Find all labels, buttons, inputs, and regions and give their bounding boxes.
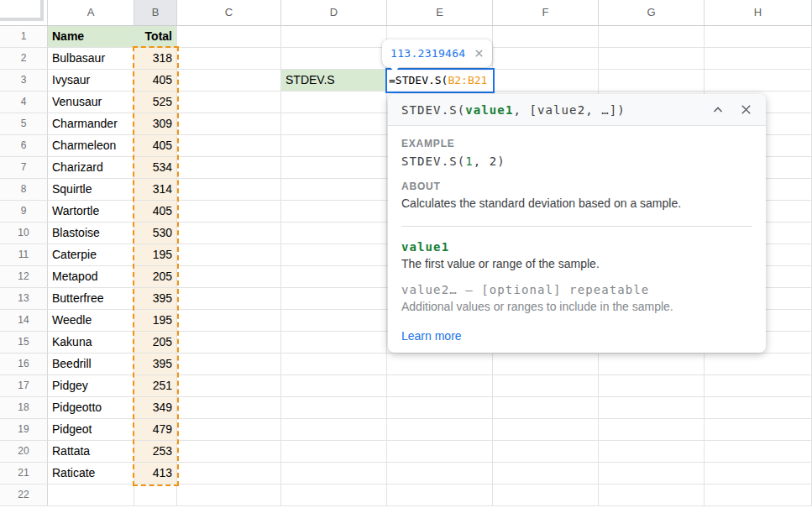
cell-F18[interactable] (493, 397, 599, 419)
cell-D3[interactable]: STDEV.S (281, 70, 387, 92)
cell-D20[interactable] (281, 441, 387, 463)
cell-A10[interactable]: Blastoise (48, 223, 134, 244)
cell-A13[interactable]: Butterfree (48, 288, 134, 310)
row-header-8[interactable]: 8 (0, 179, 48, 201)
cell-D1[interactable] (281, 26, 387, 48)
cell-F16[interactable] (493, 354, 599, 375)
cell-H3[interactable] (705, 70, 812, 92)
row-header-5[interactable]: 5 (0, 113, 48, 135)
cell-A17[interactable]: Pidgey (48, 375, 134, 397)
cell-D8[interactable] (281, 179, 387, 201)
cell-C7[interactable] (177, 157, 281, 179)
row-header-12[interactable]: 12 (0, 266, 48, 288)
cell-B16[interactable]: 395 (134, 354, 177, 375)
learn-more-link[interactable]: Learn more (401, 329, 462, 343)
column-header-E[interactable]: E (387, 0, 493, 26)
cell-A14[interactable]: Weedle (48, 310, 134, 332)
cell-C18[interactable] (177, 397, 281, 419)
cell-A8[interactable]: Squirtle (48, 179, 134, 201)
cell-H17[interactable] (705, 375, 812, 397)
cell-F17[interactable] (493, 375, 599, 397)
row-header-9[interactable]: 9 (0, 201, 48, 223)
cell-B13[interactable]: 395 (134, 288, 177, 310)
cell-F1[interactable] (493, 26, 599, 48)
cell-B6[interactable]: 405 (134, 135, 177, 157)
cell-D10[interactable] (281, 223, 387, 244)
row-header-21[interactable]: 21 (0, 463, 48, 484)
cell-D14[interactable] (281, 310, 387, 332)
cell-D4[interactable] (281, 92, 387, 113)
cell-B19[interactable]: 479 (134, 419, 177, 441)
cell-G17[interactable] (599, 375, 705, 397)
cell-C10[interactable] (177, 223, 281, 244)
cell-C9[interactable] (177, 201, 281, 223)
cell-B11[interactable]: 195 (134, 244, 177, 266)
cell-C19[interactable] (177, 419, 281, 441)
cell-H21[interactable] (705, 463, 812, 484)
cell-G2[interactable] (599, 48, 705, 70)
cell-B22[interactable] (134, 484, 177, 506)
cell-D18[interactable] (281, 397, 387, 419)
cell-F2[interactable] (493, 48, 599, 70)
cell-A22[interactable] (48, 484, 134, 506)
cell-A11[interactable]: Caterpie (48, 244, 134, 266)
cell-A20[interactable]: Rattata (48, 441, 134, 463)
cell-C17[interactable] (177, 375, 281, 397)
cell-B2[interactable]: 318 (134, 48, 177, 70)
row-header-3[interactable]: 3 (0, 70, 48, 92)
cell-A3[interactable]: Ivysaur (48, 70, 134, 92)
cell-D19[interactable] (281, 419, 387, 441)
cell-B4[interactable]: 525 (134, 92, 177, 113)
row-header-4[interactable]: 4 (0, 92, 48, 113)
cell-H1[interactable] (705, 26, 812, 48)
row-header-20[interactable]: 20 (0, 441, 48, 463)
cell-D11[interactable] (281, 244, 387, 266)
select-all-corner[interactable] (0, 0, 48, 26)
cell-G16[interactable] (599, 354, 705, 375)
cell-C16[interactable] (177, 354, 281, 375)
cell-B3[interactable]: 405 (134, 70, 177, 92)
cell-C14[interactable] (177, 310, 281, 332)
cell-A2[interactable]: Bulbasaur (48, 48, 134, 70)
cell-B10[interactable]: 530 (134, 223, 177, 244)
cell-B20[interactable]: 253 (134, 441, 177, 463)
cell-C2[interactable] (177, 48, 281, 70)
column-header-F[interactable]: F (493, 0, 599, 26)
tooltip-close-icon[interactable] (474, 49, 484, 58)
cell-C8[interactable] (177, 179, 281, 201)
row-header-7[interactable]: 7 (0, 157, 48, 179)
row-header-16[interactable]: 16 (0, 354, 48, 375)
cell-D16[interactable] (281, 354, 387, 375)
cell-B7[interactable]: 534 (134, 157, 177, 179)
row-header-17[interactable]: 17 (0, 375, 48, 397)
cell-A21[interactable]: Raticate (48, 463, 134, 484)
row-header-18[interactable]: 18 (0, 397, 48, 419)
cell-D2[interactable] (281, 48, 387, 70)
cell-D7[interactable] (281, 157, 387, 179)
cell-A15[interactable]: Kakuna (48, 332, 134, 354)
cell-A5[interactable]: Charmander (48, 113, 134, 135)
cell-C3[interactable] (177, 70, 281, 92)
cell-B17[interactable]: 251 (134, 375, 177, 397)
cell-C21[interactable] (177, 463, 281, 484)
column-header-C[interactable]: C (177, 0, 281, 26)
row-header-10[interactable]: 10 (0, 223, 48, 244)
cell-C11[interactable] (177, 244, 281, 266)
cell-B12[interactable]: 205 (134, 266, 177, 288)
collapse-help-icon[interactable] (711, 103, 725, 117)
cell-G22[interactable] (599, 484, 705, 506)
cell-D6[interactable] (281, 135, 387, 157)
row-header-13[interactable]: 13 (0, 288, 48, 310)
cell-H20[interactable] (705, 441, 812, 463)
cell-F19[interactable] (493, 419, 599, 441)
cell-H16[interactable] (705, 354, 812, 375)
row-header-1[interactable]: 1 (0, 26, 48, 48)
cell-D5[interactable] (281, 113, 387, 135)
cell-E20[interactable] (387, 441, 493, 463)
row-header-11[interactable]: 11 (0, 244, 48, 266)
cell-B9[interactable]: 405 (134, 201, 177, 223)
row-header-22[interactable]: 22 (0, 484, 48, 506)
row-header-19[interactable]: 19 (0, 419, 48, 441)
cell-A18[interactable]: Pidgeotto (48, 397, 134, 419)
cell-E19[interactable] (387, 419, 493, 441)
